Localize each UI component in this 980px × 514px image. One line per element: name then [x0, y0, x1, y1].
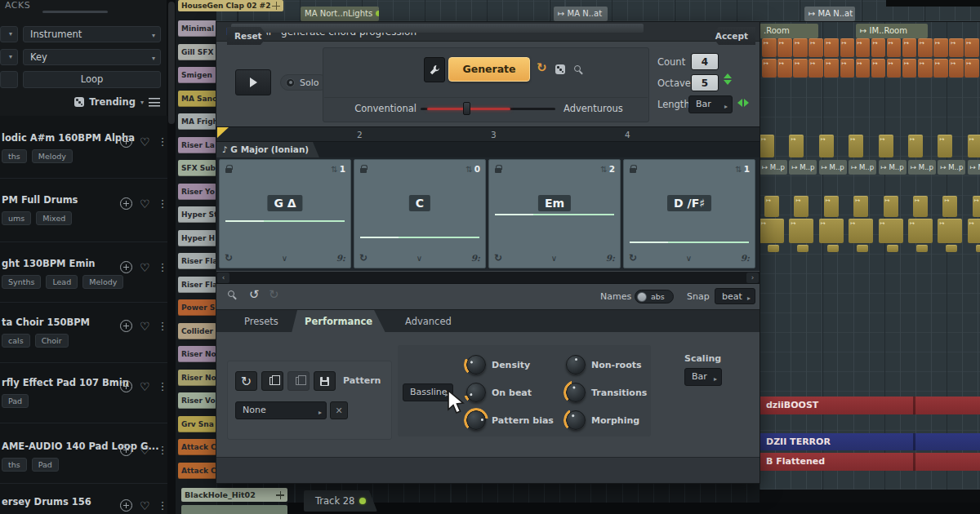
audio-clip[interactable]: ↦ [964, 38, 979, 57]
audio-clip[interactable]: ↦ [871, 59, 886, 78]
knob-density[interactable] [466, 355, 486, 374]
bass-clef-icon[interactable]: 9: [336, 253, 345, 263]
audio-clip[interactable] [857, 245, 868, 252]
sample-tag[interactable]: Pad [2, 394, 29, 408]
audio-clip[interactable]: ↦ [808, 38, 823, 57]
sample-title[interactable]: ght 130BPM Emin [2, 258, 96, 269]
playlist-clip-label[interactable]: ↦ MA N..at [804, 7, 855, 21]
sample-tag[interactable]: ths [2, 149, 27, 163]
knob-on-beat[interactable] [466, 383, 486, 402]
audio-clip[interactable]: ↦ [908, 135, 923, 157]
knob-non-roots[interactable] [566, 355, 586, 374]
generate-button[interactable]: Generate [448, 57, 530, 82]
channel-button[interactable]: Smigen [178, 67, 216, 83]
heart-icon[interactable]: ♡ [140, 500, 150, 512]
kebab-menu-icon[interactable]: ⋮ [158, 262, 168, 273]
channel-button[interactable]: Hyper St [178, 206, 216, 223]
sample-title[interactable]: rfly Effect Pad 107 Bmin [2, 377, 129, 388]
sample-tag[interactable]: Pad [32, 458, 59, 472]
pattern-clip-label[interactable]: ↦ M..p [938, 160, 965, 175]
kebab-menu-icon[interactable]: ⋮ [158, 445, 168, 455]
channel-button[interactable]: Grv Sna [178, 416, 216, 432]
tune-filter-icon[interactable] [149, 97, 160, 107]
channel-button[interactable]: Minimal [178, 20, 216, 37]
audio-clip[interactable]: ↦ [849, 135, 863, 157]
length-stretch-icon[interactable] [737, 99, 749, 107]
lock-icon[interactable] [360, 168, 367, 173]
horizontal-scrollbar[interactable]: ‹ › [216, 272, 760, 284]
playlist-row-label[interactable]: .Room [760, 24, 818, 38]
chord-dropdown-icon[interactable]: ∨ [686, 254, 692, 263]
audio-clip[interactable]: ↦ [949, 38, 964, 57]
chord-card[interactable]: ⇅1D /F♯↻∨9: [623, 159, 755, 268]
pattern-clear-button[interactable]: ✕ [330, 401, 348, 419]
audio-clip[interactable]: ↦ [918, 59, 933, 78]
pattern-clip-label[interactable]: ↦ M..p [849, 160, 876, 175]
pattern-preset-dropdown[interactable]: None ▸ [235, 401, 327, 419]
audio-clip[interactable] [797, 245, 808, 252]
audio-clip[interactable]: ↦ [808, 59, 823, 78]
audio-clip[interactable] [768, 245, 779, 252]
add-icon[interactable] [120, 320, 132, 332]
heart-icon[interactable]: ♡ [140, 198, 150, 210]
pattern-copy-button[interactable] [261, 371, 283, 391]
loop-filter-button[interactable]: Loop [23, 71, 161, 88]
audio-clip[interactable] [827, 245, 839, 252]
audio-clip[interactable]: ↦ [887, 59, 902, 78]
kebab-menu-icon[interactable]: ⋮ [158, 381, 168, 392]
sample-tag[interactable]: Mixed [36, 211, 72, 225]
undo-icon[interactable]: ↺ [249, 289, 260, 301]
pattern-paste-button[interactable] [287, 371, 310, 391]
snap-dropdown[interactable]: beat ▸ [715, 288, 755, 304]
zoom-icon[interactable] [228, 290, 234, 297]
audio-clip[interactable]: ↦ [933, 38, 948, 57]
scrollbar-thumb[interactable] [231, 24, 644, 33]
audio-clip[interactable]: ↦ [789, 135, 804, 157]
channel-button[interactable]: Riser Fla [178, 277, 216, 293]
chord-dropdown-icon[interactable]: ∨ [282, 254, 287, 263]
playlist-audio-strip[interactable]: DZII TERROR [760, 433, 980, 450]
audio-clip[interactable]: ↦ [853, 196, 868, 217]
audio-clip[interactable]: ↦ [840, 38, 855, 57]
chord-card[interactable]: ⇅1G Δ↻∨9: [219, 159, 351, 268]
channel-button[interactable]: SFX Subl [178, 160, 216, 176]
knob-morphing[interactable] [566, 410, 586, 430]
channel-button[interactable]: Gill SFX [178, 44, 216, 60]
audio-clip[interactable]: ↦ [856, 38, 871, 57]
playlist-audio-strip[interactable]: dziiBOOST [760, 397, 980, 414]
scroll-left-icon[interactable]: ‹ [217, 273, 229, 283]
channel-blackhole[interactable]: BlackHole_Hit02 [181, 488, 287, 502]
solo-toggle[interactable]: Solo [280, 74, 328, 91]
audio-clip[interactable]: ↦ [908, 219, 933, 243]
regenerate-icon[interactable]: ↻ [537, 62, 547, 74]
sample-title[interactable]: PM Full Drums [2, 194, 78, 206]
sample-tag[interactable]: ths [2, 458, 27, 472]
heart-icon[interactable]: ♡ [140, 321, 150, 332]
tab-advanced[interactable]: Advanced [392, 310, 465, 333]
audio-clip[interactable]: ↦ [789, 219, 813, 243]
lock-icon[interactable] [495, 168, 501, 173]
audio-clip[interactable]: ↦ [824, 38, 839, 57]
audio-clip[interactable]: ↦ [849, 219, 873, 243]
audio-clip[interactable]: ↦ [762, 59, 777, 78]
chord-refresh-icon[interactable]: ↻ [629, 252, 637, 264]
pattern-clip-label[interactable]: ↦ M..p [908, 160, 936, 175]
audio-clip[interactable]: ↦ [902, 59, 917, 78]
audio-clip[interactable]: ↦ [933, 59, 948, 78]
channel-button[interactable]: Attack C [178, 463, 216, 479]
lock-icon[interactable] [225, 168, 232, 173]
audio-clip[interactable]: ↦ [824, 59, 839, 78]
inversion-control[interactable]: ⇅0 [466, 164, 480, 174]
tab-performance[interactable]: Performance [292, 310, 385, 333]
inversion-control[interactable]: ⇅1 [735, 164, 750, 174]
kebab-menu-icon[interactable]: ⋮ [158, 198, 168, 209]
add-icon[interactable] [120, 499, 132, 512]
audio-clip[interactable]: ↦ [964, 59, 979, 78]
magnifier-icon[interactable] [574, 65, 581, 72]
options-wrench-button[interactable] [424, 57, 445, 82]
chord-refresh-icon[interactable]: ↻ [225, 252, 233, 264]
audio-clip[interactable]: ↦ [968, 219, 980, 243]
sample-tag[interactable]: Lead [46, 275, 78, 289]
channel-button[interactable]: Riser Vo [178, 392, 216, 409]
bass-clef-icon[interactable]: 9: [471, 253, 480, 263]
